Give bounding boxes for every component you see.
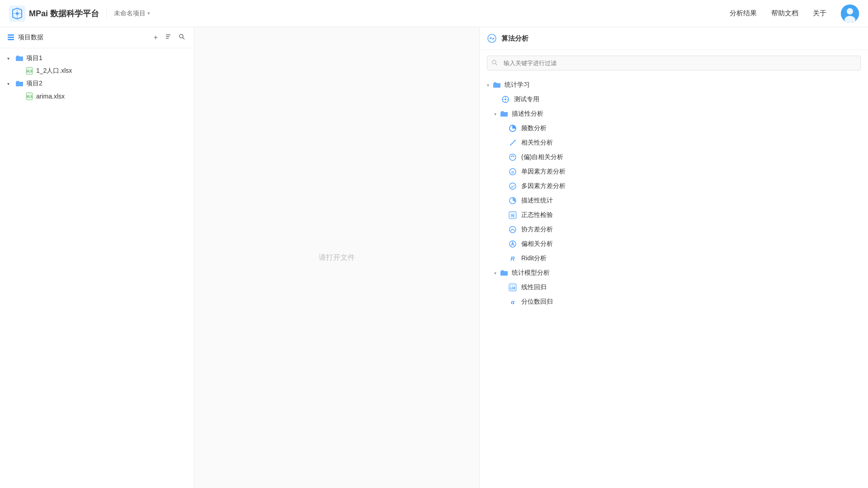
svg-text:LM: LM — [510, 286, 515, 290]
right-panel: 算法分析 ▾ 统计学习 — [479, 27, 868, 488]
algo-correlation-label: 相关性分析 — [521, 139, 553, 147]
file-arima-label: arima.xlsx — [36, 93, 65, 100]
header-nav: 分析结果 帮助文档 关于 — [730, 5, 859, 23]
left-panel-actions: + — [152, 33, 187, 42]
right-panel-title: 算法分析 — [501, 34, 528, 43]
algo-descriptive-stats-label: 描述性统计 — [521, 197, 553, 205]
svg-point-3 — [847, 8, 853, 14]
chevron-down-icon: ▾ — [7, 81, 13, 86]
algo-frequency-analysis[interactable]: 频数分析 — [480, 121, 868, 136]
folder-stat-learning[interactable]: ▾ 统计学习 — [480, 78, 868, 92]
descriptive-stats-icon — [509, 197, 517, 205]
main-layout: 项目数据 + — [0, 27, 868, 488]
folder-blue-sub-icon — [500, 110, 508, 118]
folder-blue-model-icon — [500, 269, 508, 277]
chevron-down-icon: ▾ — [487, 83, 489, 88]
algo-partial-correlation[interactable]: 偏相关分析 — [480, 237, 868, 251]
svg-point-25 — [505, 99, 506, 100]
svg-text:α: α — [511, 299, 515, 305]
app-title: MPai 数据科学平台 — [29, 8, 99, 19]
folder-stat-learning-label: 统计学习 — [505, 81, 530, 89]
partial-corr-icon — [509, 240, 517, 248]
algo-descriptive-stats[interactable]: 描述性统计 — [480, 193, 868, 208]
algo-quantile-regression[interactable]: α 分位数回归 — [480, 295, 868, 309]
nav-about[interactable]: 关于 — [813, 9, 826, 18]
algo-search-input[interactable] — [487, 56, 861, 70]
search-input-icon — [491, 59, 498, 67]
folder-stat-model-label: 统计模型分析 — [512, 269, 550, 277]
svg-point-21 — [493, 38, 495, 39]
autocorrelation-icon — [509, 153, 517, 161]
project-2-label: 项目2 — [26, 80, 42, 88]
nav-analysis-results[interactable]: 分析结果 — [730, 9, 757, 18]
left-panel-header: 项目数据 + — [0, 27, 194, 48]
user-avatar[interactable] — [841, 5, 859, 23]
right-panel-header: 算法分析 — [480, 27, 868, 50]
svg-line-23 — [495, 63, 497, 65]
folder-icon — [15, 80, 24, 88]
algo-ridit-label: Ridit分析 — [521, 254, 547, 263]
project-tree: ▾ 项目1 XLS 1_2人口.xlsx ▾ — [0, 48, 194, 488]
svg-text:XLS: XLS — [26, 70, 33, 73]
test-special-icon — [501, 95, 509, 103]
excel-file-icon: XLS — [25, 67, 33, 75]
add-data-button[interactable]: + — [152, 33, 160, 42]
normality-icon: N — [509, 211, 517, 219]
algo-one-way-anova[interactable]: σ 单因素方差分析 — [480, 164, 868, 179]
open-file-placeholder: 请打开文件 — [319, 253, 355, 263]
algo-test-special[interactable]: 测试专用 — [480, 92, 868, 107]
folder-blue-icon — [493, 81, 501, 89]
algo-tree: ▾ 统计学习 测试专用 — [480, 76, 868, 488]
sort-data-button[interactable] — [163, 33, 173, 42]
section-stat-learning: ▾ 统计学习 测试专用 — [480, 78, 868, 309]
search-icon — [179, 33, 185, 40]
file-arima[interactable]: XLS arima.xlsx — [18, 90, 194, 103]
folder-descriptive-analysis[interactable]: ▾ 描述性分析 — [480, 107, 868, 121]
algo-multi-way-anova[interactable]: σ² 多因素方差分析 — [480, 179, 868, 193]
chevron-down-icon: ▾ — [494, 112, 496, 117]
pie-chart-icon — [509, 124, 517, 132]
algo-quantile-regression-label: 分位数回归 — [521, 298, 553, 306]
svg-rect-6 — [8, 37, 14, 38]
project-1-children: XLS 1_2人口.xlsx — [0, 65, 194, 77]
svg-point-36 — [509, 154, 516, 160]
sort-icon — [165, 33, 171, 40]
chevron-down-icon: ▾ — [7, 56, 13, 61]
algo-normality-test[interactable]: N 正态性检验 — [480, 208, 868, 222]
svg-point-44 — [509, 226, 516, 233]
linear-regression-icon: LM — [509, 283, 517, 291]
app-logo-icon — [9, 5, 25, 22]
algo-covariance-label: 协方差分析 — [521, 225, 553, 234]
project-1-label: 项目1 — [26, 54, 42, 62]
algo-normality-label: 正态性检验 — [521, 211, 553, 219]
algo-linear-regression-label: 线性回归 — [521, 283, 547, 291]
algo-correlation-analysis[interactable]: 相关性分析 — [480, 136, 868, 150]
svg-text:R: R — [510, 255, 515, 262]
algo-multi-way-anova-label: 多因素方差分析 — [521, 182, 566, 190]
algo-one-way-anova-label: 单因素方差分析 — [521, 168, 566, 176]
algo-ridit-analysis[interactable]: R Ridit分析 — [480, 251, 868, 266]
file-1-2-population[interactable]: XLS 1_2人口.xlsx — [18, 65, 194, 77]
scatter-plot-icon — [509, 139, 517, 147]
folder-icon — [15, 54, 24, 62]
nav-help-docs[interactable]: 帮助文档 — [771, 9, 798, 18]
algo-test-special-label: 测试专用 — [514, 95, 539, 103]
file-1-label: 1_2人口.xlsx — [36, 67, 72, 75]
project-selector[interactable]: 未命名项目 ▾ — [106, 9, 150, 18]
search-data-button[interactable] — [177, 33, 187, 42]
project-dropdown-icon: ▾ — [147, 10, 150, 16]
ridit-icon: R — [509, 254, 517, 263]
quantile-regression-icon: α — [509, 298, 517, 306]
center-panel: 请打开文件 — [194, 27, 479, 488]
app-header: MPai 数据科学平台 未命名项目 ▾ 分析结果 帮助文档 关于 — [0, 0, 868, 27]
algo-linear-regression[interactable]: LM 线性回归 — [480, 280, 868, 295]
algo-covariance-analysis[interactable]: 协方差分析 — [480, 222, 868, 237]
folder-stat-model-analysis[interactable]: ▾ 统计模型分析 — [480, 266, 868, 280]
svg-text:σ²: σ² — [511, 185, 514, 189]
algo-autocorrelation-analysis[interactable]: (偏)自相关分析 — [480, 150, 868, 164]
project-2-folder[interactable]: ▾ 项目2 — [0, 77, 194, 90]
sigma2-icon: σ² — [509, 182, 517, 190]
svg-rect-5 — [8, 34, 14, 36]
svg-rect-7 — [8, 39, 14, 40]
project-1-folder[interactable]: ▾ 项目1 — [0, 52, 194, 65]
